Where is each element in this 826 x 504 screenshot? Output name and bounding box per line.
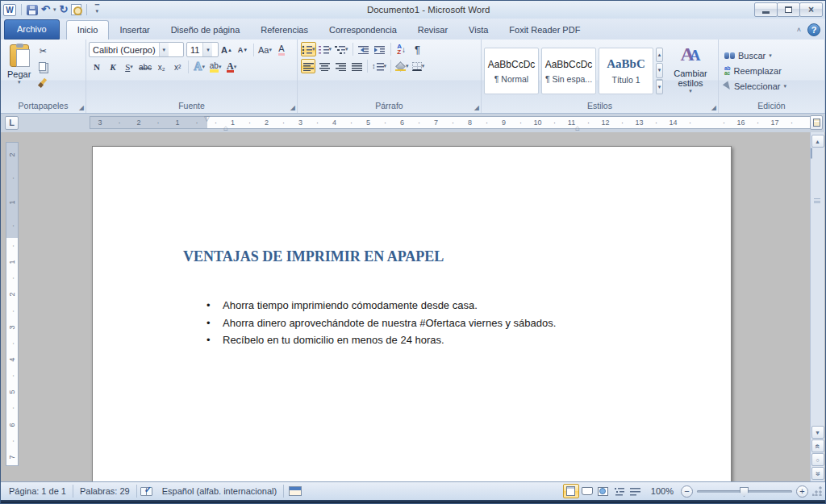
styles-scroll-down-icon[interactable]: ▼ <box>656 63 663 77</box>
scroll-down-icon[interactable]: ▼ <box>811 426 824 439</box>
help-icon[interactable]: ? <box>807 23 820 36</box>
highlight-button[interactable]: ab▾ <box>208 60 223 74</box>
tab-correspondencia[interactable]: Correspondencia <box>319 21 407 40</box>
copy-button[interactable] <box>35 60 50 74</box>
tab-dise-o-de-p-gina[interactable]: Diseño de página <box>161 21 251 40</box>
word-count-status[interactable]: Palabras: 29 <box>73 486 136 496</box>
sort-button[interactable]: AZ↓ <box>394 42 409 56</box>
first-line-indent-marker[interactable]: ▽ <box>204 115 210 123</box>
italic-button[interactable]: K <box>106 60 120 74</box>
bold-button[interactable]: N <box>90 60 104 74</box>
shrink-font-button[interactable]: A▼ <box>236 43 250 57</box>
previous-page-button[interactable]: « <box>811 439 824 452</box>
clear-formatting-button[interactable]: A <box>274 43 289 57</box>
grow-font-button[interactable]: A▲ <box>219 43 234 57</box>
text-effects-button[interactable]: A▾ <box>192 60 206 74</box>
styles-scroll-up-icon[interactable]: ▲ <box>656 48 663 62</box>
zoom-out-button[interactable]: − <box>681 485 693 498</box>
tab-vista[interactable]: Vista <box>458 21 499 40</box>
shading-button[interactable]: ▾ <box>394 59 410 73</box>
underline-button[interactable]: S▾ <box>122 60 136 74</box>
increase-indent-button[interactable] <box>373 42 387 56</box>
tab-referencias[interactable]: Referencias <box>250 21 319 40</box>
zoom-slider[interactable] <box>697 485 792 498</box>
align-center-button[interactable] <box>317 59 332 73</box>
format-painter-button[interactable] <box>35 76 50 90</box>
tab-archivo[interactable]: Archivo <box>4 19 60 40</box>
customize-qat-icon[interactable]: ▔▾ <box>92 6 102 13</box>
restore-button[interactable] <box>777 2 800 17</box>
paste-button[interactable]: Pegar ▾ <box>3 42 35 100</box>
font-dialog-launcher-icon[interactable]: ◢ <box>290 105 295 111</box>
document-bullet-list[interactable]: Ahorra tiempo imprimiendo cómodamente de… <box>220 297 556 349</box>
justify-button[interactable] <box>349 59 364 73</box>
show-paragraph-marks-button[interactable]: ¶ <box>411 42 425 56</box>
right-indent-marker[interactable]: ⌂ <box>575 123 580 132</box>
font-family-combo[interactable]: Calibri (Cuerpo)▾ <box>89 42 184 57</box>
multilevel-list-button[interactable]: ▾ <box>334 42 349 56</box>
tab-foxit-reader-pdf[interactable]: Foxit Reader PDF <box>499 21 590 40</box>
bullet-item[interactable]: Recíbelo en tu domicilio en menos de 24 … <box>220 331 556 349</box>
clipboard-dialog-launcher-icon[interactable]: ◢ <box>79 105 84 111</box>
select-button[interactable]: Seleccionar ▾ <box>721 79 822 94</box>
tab-selector-button[interactable]: L <box>5 116 19 130</box>
tab-inicio[interactable]: Inicio <box>66 20 110 40</box>
vertical-ruler[interactable]: 2·1· ·1·2·3·4·5·6·7 <box>6 142 19 466</box>
find-button[interactable]: Buscar ▾ <box>721 48 822 64</box>
fullscreen-reading-view-button[interactable] <box>579 484 595 498</box>
web-layout-view-button[interactable] <box>595 484 611 498</box>
change-case-button[interactable]: Aa▾ <box>257 43 273 57</box>
language-status[interactable]: Español (alfab. internacional) <box>156 486 283 496</box>
replace-button[interactable]: abac Reemplazar <box>721 64 822 79</box>
strikethrough-button[interactable]: abc <box>138 60 152 74</box>
outline-view-button[interactable] <box>611 484 628 498</box>
print-preview-icon[interactable] <box>71 4 81 15</box>
horizontal-ruler[interactable]: 3·2·1· ·1·2·3·4·5·6·7·8·9·10·11·12·13·14… <box>90 116 817 129</box>
bullets-button[interactable]: ▾ <box>301 42 316 56</box>
undo-icon[interactable]: ↶ <box>41 4 50 15</box>
zoom-slider-handle[interactable] <box>740 487 749 497</box>
font-size-combo[interactable]: 11▾ <box>186 42 219 57</box>
align-left-button[interactable] <box>301 59 315 73</box>
styles-more-icon[interactable]: ▼ <box>656 79 663 94</box>
ruler-toggle-button[interactable] <box>810 115 823 130</box>
subscript-button[interactable]: x₂ <box>154 60 169 74</box>
scrollbar-thumb[interactable] <box>811 148 812 159</box>
font-family-dropdown-icon[interactable]: ▾ <box>159 43 169 56</box>
line-spacing-button[interactable]: ↕▾ <box>371 59 387 73</box>
decrease-indent-button[interactable] <box>357 42 371 56</box>
collapse-ribbon-icon[interactable]: ˄ <box>797 26 801 34</box>
tab-revisar[interactable]: Revisar <box>407 21 458 40</box>
borders-button[interactable]: ▾ <box>411 59 426 73</box>
paragraph-dialog-launcher-icon[interactable]: ◢ <box>474 105 479 111</box>
bullet-item[interactable]: Ahorra tiempo imprimiendo cómodamente de… <box>220 297 556 314</box>
minimize-button[interactable] <box>754 2 778 17</box>
style-card--sin-espa-[interactable]: AaBbCcDc¶ Sin espa... <box>541 48 596 94</box>
spelling-status-icon[interactable] <box>140 487 152 496</box>
font-color-button[interactable]: A▾ <box>224 60 239 74</box>
scroll-up-icon[interactable]: ▲ <box>811 135 824 148</box>
style-card-t-tulo-1[interactable]: AaBbCTítulo 1 <box>599 48 653 94</box>
document-heading[interactable]: VENTAJAS DE IMPRIMIR EN APAPEL <box>183 248 444 265</box>
align-right-button[interactable] <box>333 59 348 73</box>
superscript-button[interactable]: x² <box>170 60 185 74</box>
zoom-level-label[interactable]: 100% <box>648 486 677 496</box>
next-page-button[interactable]: « <box>811 467 824 480</box>
browse-object-button[interactable]: ○ <box>811 453 824 466</box>
vertical-scrollbar[interactable]: ▲ ▼ « ○ « <box>810 132 824 481</box>
style-card--normal[interactable]: AaBbCcDc¶ Normal <box>484 48 539 94</box>
paste-dropdown-icon[interactable]: ▾ <box>18 79 21 85</box>
resize-grip[interactable] <box>812 486 822 496</box>
draft-view-button[interactable] <box>628 484 644 498</box>
word-logo-icon[interactable]: W <box>3 4 16 16</box>
close-button[interactable]: × <box>799 2 823 17</box>
hanging-indent-marker[interactable]: ⌂ <box>223 123 228 132</box>
tab-insertar[interactable]: Insertar <box>109 21 160 40</box>
status-panel-icon[interactable] <box>289 486 302 496</box>
document-page[interactable]: VENTAJAS DE IMPRIMIR EN APAPEL Ahorra ti… <box>92 146 732 481</box>
numbering-button[interactable]: ▾ <box>318 42 333 56</box>
styles-dialog-launcher-icon[interactable]: ◢ <box>711 105 716 111</box>
redo-icon[interactable]: ↻ <box>59 4 68 15</box>
zoom-in-button[interactable]: + <box>796 485 808 498</box>
bullet-item[interactable]: Ahorra dinero aprovechándote de nuestra … <box>220 314 556 332</box>
